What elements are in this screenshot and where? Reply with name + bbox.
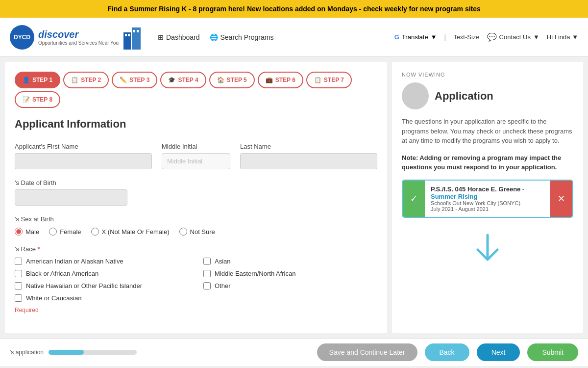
radio-not-sure-input[interactable] [179,228,187,236]
radio-female-input[interactable] [49,228,57,236]
step-5-button[interactable]: 🏠 STEP 5 [209,72,255,88]
sex-label: 's Sex at Birth [15,215,377,223]
race-white[interactable]: White or Caucasian [15,294,189,302]
submit-button[interactable]: Submit [527,343,578,361]
dycd-badge: DYCD [10,25,34,50]
chat-icon: 💬 [487,32,497,42]
step-6-icon: 💼 [266,77,273,83]
sex-radio-group: Male Female X (Not Male Or Female) Not S… [15,228,377,236]
radio-male-input[interactable] [15,228,23,236]
app-note: Note: Adding or removing a program may i… [402,153,573,172]
user-arrow: ▼ [572,33,578,41]
last-name-label: Last Name [240,143,377,150]
race-native-hawaiian-checkbox[interactable] [15,282,22,289]
step-6-button[interactable]: 💼 STEP 6 [258,72,303,88]
race-black[interactable]: Black or African American [15,270,189,277]
globe-icon: 🌐 [210,33,218,41]
last-name-input[interactable] [240,153,377,169]
race-other-checkbox[interactable] [203,282,211,289]
dashboard-icon: ⊞ [158,33,164,41]
step-7-button[interactable]: 📋 STEP 7 [306,72,352,88]
radio-x[interactable]: X (Not Male Or Female) [91,228,170,236]
step-4-icon: 🎓 [168,77,175,83]
step-3-button[interactable]: ✏️ STEP 3 [112,72,157,88]
race-american-indian-checkbox[interactable] [15,258,22,265]
text-size[interactable]: Text-Size [453,33,479,41]
progress-bar [49,350,137,355]
step-1-button[interactable]: 👤 STEP 1 [15,72,60,88]
bottom-bar: 's application Save and Continue Later B… [0,338,588,366]
save-continue-button[interactable]: Save and Continue Later [317,343,417,361]
svg-rect-1 [132,27,141,50]
first-name-group: Applicant's First Name [15,143,152,169]
step-2-button[interactable]: 📋 STEP 2 [63,72,109,88]
race-asian[interactable]: Asian [203,258,377,265]
nav: ⊞ Dashboard 🌐 Search Programs [158,33,394,41]
progress-section: 's application [10,349,310,356]
required-text: Required [15,307,377,314]
dob-group: 's Date of Birth [15,179,377,206]
step-8-button[interactable]: 📝 STEP 8 [15,91,60,108]
dob-input[interactable] [15,189,127,206]
contact-arrow: ▼ [533,33,539,41]
steps-bar: 👤 STEP 1 📋 STEP 2 ✏️ STEP 3 🎓 STEP 4 🏠 [15,72,377,108]
dob-label: 's Date of Birth [15,179,377,186]
program-dates: July 2021 - August 2021 [431,206,544,212]
logo-tagline: Opportunities and Services Near You [38,40,119,46]
program-check-icon: ✓ [403,181,425,217]
program-remove-button[interactable]: ✕ [550,181,572,217]
dob-row: 's Date of Birth [15,179,377,206]
middle-initial-input[interactable] [162,153,230,169]
first-name-label: Applicant's First Name [15,143,152,150]
dashboard-link[interactable]: ⊞ Dashboard [158,33,200,41]
translate-area[interactable]: G Translate ▼ [394,33,437,41]
left-panel: 👤 STEP 1 📋 STEP 2 ✏️ STEP 3 🎓 STEP 4 🏠 [5,62,387,333]
program-info: P.S./I.S. 045 Horace E. Greene - Summer … [425,181,550,217]
header-right: G Translate ▼ | Text-Size 💬 Contact Us ▼… [394,32,578,42]
logo: DYCD discover Opportunities and Services… [10,25,143,50]
right-panel: NOW VIEWING Application The questions in… [392,62,583,333]
name-row: Applicant's First Name Middle Initial La… [15,143,377,169]
step-2-icon: 📋 [71,77,78,83]
race-native-hawaiian[interactable]: Native Hawaiian or Other Pacific Islande… [15,282,189,289]
first-name-input[interactable] [15,153,152,169]
step-8-icon: 📝 [23,96,30,103]
svg-rect-4 [133,30,135,32]
race-other[interactable]: Other [203,282,377,289]
logo-name: discover [38,28,119,40]
google-icon: G [394,33,399,41]
race-middle-eastern[interactable]: Middle Eastern/North African [203,270,377,277]
step-5-icon: 🏠 [217,77,224,83]
logo-text: discover Opportunities and Services Near… [38,28,119,46]
svg-rect-2 [125,34,127,36]
step-1-icon: 👤 [23,77,30,83]
middle-initial-group: Middle Initial [162,143,230,169]
form-title: Applicant Information [15,118,377,131]
step-4-button[interactable]: 🎓 STEP 4 [160,72,206,88]
down-arrow-icon [473,233,502,267]
radio-not-sure[interactable]: Not Sure [179,228,215,236]
radio-male[interactable]: Male [15,228,39,236]
svg-rect-3 [128,34,130,36]
race-asian-checkbox[interactable] [203,258,211,265]
header: DYCD discover Opportunities and Services… [0,18,588,57]
step-3-icon: ✏️ [120,77,127,83]
race-section: 's Race * American Indian or Alaskan Nat… [15,245,377,314]
search-programs-link[interactable]: 🌐 Search Programs [210,33,274,41]
next-button[interactable]: Next [477,343,520,361]
race-american-indian[interactable]: American Indian or Alaskan Native [15,258,189,265]
back-button[interactable]: Back [425,343,469,361]
race-middle-eastern-checkbox[interactable] [203,270,211,277]
race-black-checkbox[interactable] [15,270,22,277]
race-white-checkbox[interactable] [15,294,22,302]
svg-rect-5 [137,30,139,32]
radio-female[interactable]: Female [49,228,81,236]
radio-x-input[interactable] [91,228,99,236]
user-menu[interactable]: Hi Linda ▼ [547,33,578,41]
program-org: School's Out New York City (SONYC) [431,200,544,206]
now-viewing-label: NOW VIEWING [402,72,573,78]
program-card: ✓ P.S./I.S. 045 Horace E. Greene - Summe… [402,180,573,218]
contact-us-link[interactable]: 💬 Contact Us ▼ [487,32,539,42]
translate-arrow: ▼ [431,33,437,41]
progress-label: 's application [10,349,44,356]
